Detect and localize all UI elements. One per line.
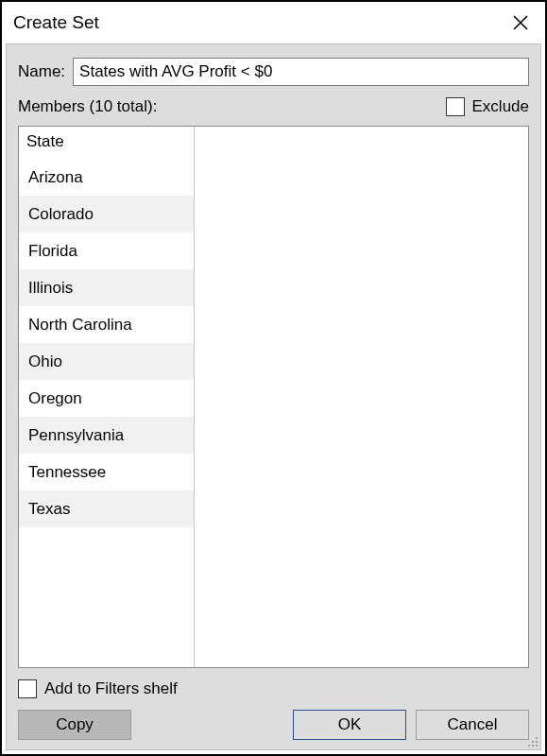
- members-header-row: Members (10 total): Exclude: [18, 97, 529, 116]
- list-item[interactable]: Illinois: [19, 269, 194, 306]
- close-button[interactable]: [507, 9, 534, 36]
- create-set-dialog: Create Set Name: Members (10 total): Exc…: [0, 0, 547, 756]
- svg-point-6: [532, 745, 534, 747]
- button-row: Copy OK Cancel: [18, 710, 529, 740]
- footer-checkbox-row: Add to Filters shelf: [18, 679, 529, 698]
- svg-point-4: [536, 741, 538, 743]
- exclude-checkbox[interactable]: [446, 97, 465, 116]
- list-item[interactable]: Ohio: [19, 343, 194, 380]
- svg-point-2: [536, 737, 538, 739]
- list-item[interactable]: Arizona: [19, 159, 194, 196]
- list-item[interactable]: Colorado: [19, 196, 194, 232]
- add-to-filters-wrap[interactable]: Add to Filters shelf: [18, 679, 529, 698]
- ok-button[interactable]: OK: [293, 710, 406, 740]
- cancel-button[interactable]: Cancel: [416, 710, 529, 740]
- copy-button[interactable]: Copy: [18, 710, 131, 740]
- add-to-filters-label: Add to Filters shelf: [44, 679, 178, 698]
- resize-grip-icon[interactable]: [525, 734, 538, 747]
- members-empty-area: [195, 127, 528, 667]
- list-item[interactable]: North Carolina: [19, 306, 194, 343]
- list-item[interactable]: Tennessee: [19, 454, 194, 490]
- members-count-label: Members (10 total):: [18, 97, 157, 116]
- exclude-label: Exclude: [472, 97, 529, 116]
- close-icon: [513, 15, 528, 30]
- members-panel: State ArizonaColoradoFloridaIllinoisNort…: [18, 126, 529, 668]
- list-item[interactable]: Florida: [19, 232, 194, 269]
- svg-point-3: [532, 741, 534, 743]
- svg-point-5: [528, 745, 530, 747]
- list-item[interactable]: Texas: [19, 490, 194, 527]
- exclude-checkbox-wrap[interactable]: Exclude: [446, 97, 529, 116]
- titlebar: Create Set: [2, 2, 545, 43]
- list-item[interactable]: Pennsylvania: [19, 417, 194, 454]
- members-column: State ArizonaColoradoFloridaIllinoisNort…: [19, 127, 195, 667]
- svg-point-7: [536, 745, 538, 747]
- list-item[interactable]: Oregon: [19, 380, 194, 417]
- dialog-body: Name: Members (10 total): Exclude State …: [6, 43, 541, 750]
- column-header-state[interactable]: State: [19, 127, 194, 159]
- name-label: Name:: [18, 62, 65, 81]
- members-list: ArizonaColoradoFloridaIllinoisNorth Caro…: [19, 159, 194, 527]
- add-to-filters-checkbox[interactable]: [18, 679, 37, 698]
- name-input[interactable]: [73, 58, 529, 86]
- name-row: Name:: [18, 58, 529, 86]
- dialog-title: Create Set: [13, 12, 99, 33]
